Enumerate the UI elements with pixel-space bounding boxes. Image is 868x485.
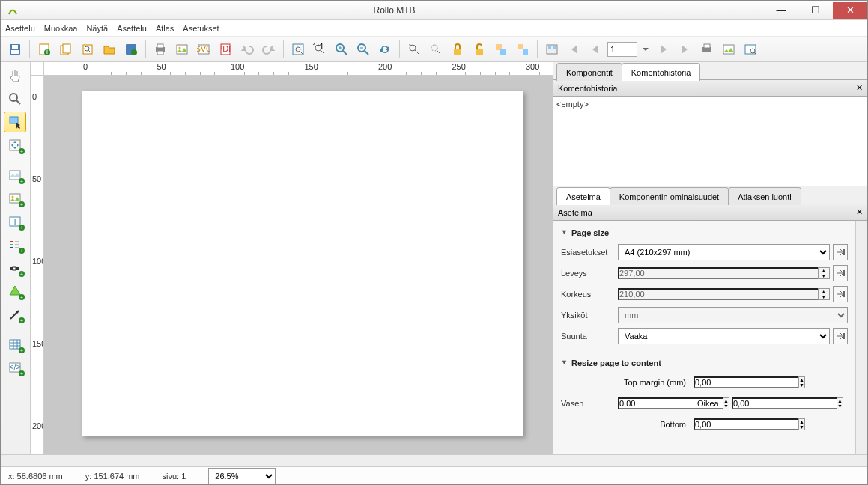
esiasetukset-select[interactable]: A4 (210x297 mm) bbox=[618, 244, 830, 260]
history-empty-item: <empty> bbox=[556, 100, 864, 109]
tab-komponentin-ominaisuudet[interactable]: Komponentin ominaisuudet bbox=[610, 187, 729, 205]
properties-scrollbar[interactable] bbox=[855, 221, 867, 454]
group-page-size[interactable]: Page size bbox=[558, 224, 851, 242]
zoom-in-icon[interactable] bbox=[332, 40, 351, 59]
korkeus-down-icon[interactable]: ▼ bbox=[819, 294, 829, 299]
bottom-down-icon[interactable]: ▼ bbox=[799, 424, 804, 430]
atlas-first-icon[interactable] bbox=[564, 40, 583, 59]
menu-asetukset[interactable]: Asetukset bbox=[183, 24, 219, 33]
add-map-icon[interactable]: + bbox=[4, 165, 26, 186]
add-table-icon[interactable]: + bbox=[4, 334, 26, 355]
leveys-input[interactable] bbox=[618, 267, 818, 279]
export-image-icon[interactable] bbox=[172, 40, 192, 59]
new-layout-icon[interactable]: + bbox=[34, 40, 54, 59]
esiasetukset-assign-icon[interactable] bbox=[833, 244, 848, 260]
minimize-button[interactable]: — bbox=[764, 2, 798, 19]
leveys-down-icon[interactable]: ▼ bbox=[819, 273, 829, 278]
topmargin-up-icon[interactable]: ▲ bbox=[799, 377, 804, 382]
history-close-icon[interactable]: ✕ bbox=[856, 83, 863, 93]
bottom-input[interactable] bbox=[694, 418, 798, 430]
add-html-icon[interactable]: </>+ bbox=[4, 357, 26, 378]
add-scalebar-icon[interactable]: + bbox=[4, 257, 26, 278]
add-legend-icon[interactable]: + bbox=[4, 234, 26, 255]
menu-asettelu2[interactable]: Asettelu bbox=[117, 24, 147, 33]
atlas-preview-icon[interactable] bbox=[741, 40, 760, 59]
ungroup-icon[interactable] bbox=[513, 40, 532, 59]
select-tool-icon[interactable] bbox=[4, 112, 26, 132]
zoom-map-icon[interactable] bbox=[426, 40, 446, 59]
oikea-input[interactable] bbox=[732, 397, 837, 409]
korkeus-assign-icon[interactable] bbox=[833, 286, 848, 302]
oikea-down-icon[interactable]: ▼ bbox=[837, 403, 843, 409]
group-resize-page[interactable]: Resize page to content bbox=[558, 354, 851, 372]
history-list[interactable]: <empty> bbox=[553, 97, 867, 186]
atlas-next-icon[interactable] bbox=[654, 40, 673, 59]
atlas-print-icon[interactable] bbox=[697, 40, 717, 59]
svg-rect-63 bbox=[10, 241, 13, 242]
move-content-tool-icon[interactable]: + bbox=[4, 135, 26, 156]
svg-rect-43 bbox=[518, 44, 523, 49]
layout-page[interactable] bbox=[82, 91, 523, 436]
maximize-button[interactable]: ☐ bbox=[798, 2, 833, 19]
menu-nayta[interactable]: Näytä bbox=[86, 24, 108, 33]
atlas-page-dropdown-icon[interactable] bbox=[640, 40, 652, 59]
zoom-extents-icon[interactable] bbox=[288, 40, 308, 59]
bottom-up-icon[interactable]: ▲ bbox=[799, 419, 804, 424]
menu-atlas[interactable]: Atlas bbox=[156, 24, 174, 33]
export-pdf-icon[interactable]: PDF bbox=[216, 40, 235, 59]
redo-icon[interactable] bbox=[259, 40, 279, 59]
asetelma-properties[interactable]: Page size Esiasetukset A4 (210x297 mm) L… bbox=[553, 221, 855, 454]
lock-icon[interactable] bbox=[448, 40, 467, 59]
tab-asetelma[interactable]: Asetelma bbox=[556, 187, 610, 205]
asetelma-close-icon[interactable]: ✕ bbox=[856, 207, 863, 217]
tab-komentohistoria[interactable]: Komentohistoria bbox=[622, 63, 701, 81]
zoom-tool-icon[interactable] bbox=[4, 88, 26, 109]
tab-atlaksen-luonti[interactable]: Atlaksen luonti bbox=[728, 187, 801, 205]
suunta-select[interactable]: Vaaka bbox=[618, 328, 830, 344]
pan-tool-icon[interactable] bbox=[4, 65, 26, 86]
print-icon[interactable] bbox=[151, 40, 170, 59]
pan-map-icon[interactable] bbox=[404, 40, 424, 59]
add-label-icon[interactable]: T+ bbox=[4, 211, 26, 232]
tab-komponentit[interactable]: Komponentit bbox=[556, 63, 622, 81]
menu-asettelu[interactable]: Asettelu bbox=[5, 24, 35, 33]
save-icon[interactable] bbox=[5, 40, 25, 59]
undo-icon[interactable] bbox=[237, 40, 257, 59]
close-button[interactable]: ✕ bbox=[833, 2, 867, 19]
topmargin-down-icon[interactable]: ▼ bbox=[799, 382, 804, 388]
korkeus-input[interactable] bbox=[618, 288, 818, 300]
add-image-icon[interactable]: + bbox=[4, 188, 26, 209]
atlas-last-icon[interactable] bbox=[676, 40, 695, 59]
layout-manager-icon[interactable] bbox=[78, 40, 97, 59]
atlas-page-input[interactable] bbox=[607, 42, 637, 57]
refresh-icon[interactable] bbox=[375, 40, 395, 59]
svg-rect-50 bbox=[723, 45, 734, 54]
topmargin-input[interactable] bbox=[694, 376, 798, 388]
svg-rect-65 bbox=[10, 247, 13, 248]
korkeus-up-icon[interactable]: ▲ bbox=[819, 289, 829, 294]
atlas-settings-icon[interactable] bbox=[542, 40, 562, 59]
atlas-prev-icon[interactable] bbox=[586, 40, 605, 59]
leveys-assign-icon[interactable] bbox=[833, 265, 848, 281]
atlas-export-image-icon[interactable] bbox=[719, 40, 738, 59]
export-svg-icon[interactable]: SVG bbox=[194, 40, 213, 59]
group-icon[interactable] bbox=[491, 40, 511, 59]
zoom-100-icon[interactable]: 1:1 bbox=[310, 40, 330, 59]
unlock-icon[interactable] bbox=[470, 40, 489, 59]
menu-muokkaa[interactable]: Muokkaa bbox=[44, 24, 78, 33]
zoom-select[interactable]: 26.5% bbox=[208, 468, 276, 484]
leveys-up-icon[interactable]: ▲ bbox=[819, 268, 829, 273]
svg-rect-73 bbox=[10, 340, 20, 349]
add-arrow-icon[interactable]: + bbox=[4, 304, 26, 325]
open-folder-icon[interactable] bbox=[100, 40, 119, 59]
oikea-up-icon[interactable]: ▲ bbox=[837, 398, 843, 403]
save-template-icon[interactable] bbox=[121, 40, 141, 59]
add-shape-icon[interactable]: + bbox=[4, 281, 26, 302]
zoom-out-icon[interactable] bbox=[353, 40, 373, 59]
yksikot-select[interactable]: mm bbox=[618, 307, 848, 323]
layout-canvas[interactable] bbox=[44, 76, 553, 454]
duplicate-layout-icon[interactable] bbox=[56, 40, 76, 59]
status-page: sivu: 1 bbox=[163, 472, 186, 481]
suunta-assign-icon[interactable] bbox=[833, 328, 848, 344]
horizontal-scrollbar[interactable] bbox=[1, 454, 867, 466]
